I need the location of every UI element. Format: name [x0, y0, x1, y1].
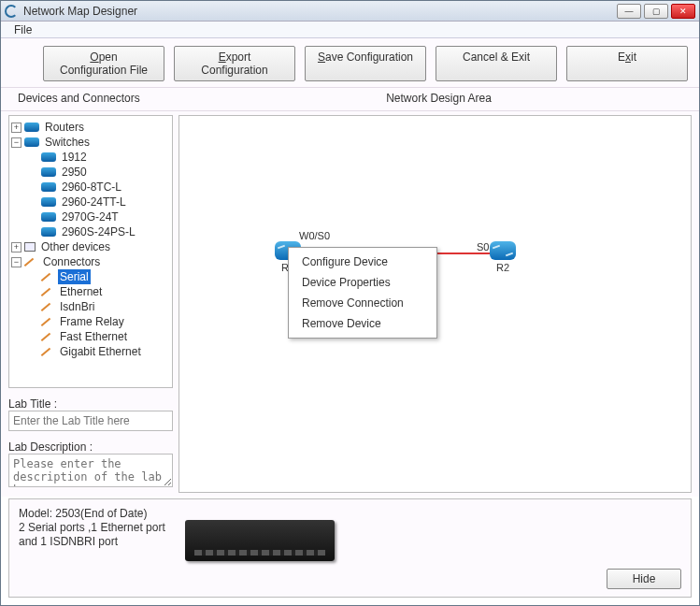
tree-switch-item[interactable]: 2970G-24T: [11, 209, 170, 224]
connector-icon: [41, 346, 54, 357]
router-icon: [490, 241, 516, 260]
titlebar: Network Map Designer — ▢ ✕: [1, 1, 699, 22]
app-window: Network Map Designer — ▢ ✕ File Open Con…: [0, 0, 700, 606]
exit-button[interactable]: Exit: [566, 46, 688, 81]
connector-icon: [41, 316, 54, 327]
tree-switch-item[interactable]: 2960S-24PS-L: [11, 224, 170, 239]
connector-icon: [41, 271, 54, 282]
tree-switch-item[interactable]: 1912: [11, 150, 170, 165]
tree-connector-item[interactable]: Gigabit Ethernet: [11, 344, 170, 359]
tree-connectors[interactable]: − Connectors: [11, 254, 170, 269]
save-config-button[interactable]: Save Configuration: [305, 46, 426, 81]
collapse-icon[interactable]: −: [11, 137, 21, 148]
window-title: Network Map Designer: [23, 5, 617, 18]
expand-icon[interactable]: +: [11, 242, 21, 252]
switch-icon: [41, 152, 56, 162]
connector-icon: [41, 331, 54, 342]
switch-icon: [41, 197, 56, 207]
device-photo: [185, 520, 335, 561]
lab-title-label: Lab Title :: [8, 397, 173, 411]
collapse-icon[interactable]: −: [11, 257, 21, 267]
device-tree[interactable]: + Routers − Switches 191229502960-8TC-L2…: [8, 115, 173, 388]
tree-switch-item[interactable]: 2960-8TC-L: [11, 180, 170, 195]
close-button[interactable]: ✕: [671, 4, 695, 19]
left-column: + Routers − Switches 191229502960-8TC-L2…: [1, 111, 179, 497]
switch-icon: [41, 227, 56, 237]
context-menu-item[interactable]: Remove Device: [289, 313, 436, 334]
menu-file[interactable]: File: [8, 23, 37, 36]
switch-icon: [24, 137, 39, 147]
switch-icon: [41, 212, 56, 222]
connector-icon: [41, 301, 54, 312]
hide-button[interactable]: Hide: [607, 569, 681, 589]
app-icon: [5, 5, 18, 18]
switch-icon: [41, 167, 56, 177]
main-row: + Routers − Switches 191229502960-8TC-L2…: [1, 111, 699, 497]
export-config-button[interactable]: Export Configuration: [174, 46, 295, 81]
connector-icon: [41, 286, 54, 297]
design-canvas[interactable]: W0/S0 S0 R1 R2 Configure DeviceDevice Pr…: [179, 115, 692, 493]
open-config-button[interactable]: Open Configuration File: [43, 46, 164, 81]
tree-connector-item[interactable]: Frame Relay: [11, 314, 170, 329]
context-menu-item[interactable]: Device Properties: [289, 272, 436, 293]
tree-connector-item[interactable]: Serial: [11, 269, 170, 284]
model-line: 2 Serial ports ,1 Ethernet port and 1 IS…: [19, 521, 168, 549]
maximize-button[interactable]: ▢: [644, 4, 668, 19]
context-menu: Configure DeviceDevice PropertiesRemove …: [288, 247, 437, 339]
tree-other-devices[interactable]: + Other devices: [11, 239, 170, 254]
port-label-w0s0: W0/S0: [299, 230, 330, 241]
pc-icon: [24, 242, 36, 252]
context-menu-item[interactable]: Configure Device: [289, 252, 436, 272]
lab-desc-input[interactable]: [8, 454, 173, 487]
switch-icon: [41, 182, 56, 192]
design-area-header: Network Design Area: [179, 88, 699, 110]
tree-switch-item[interactable]: 2950: [11, 165, 170, 180]
window-controls: — ▢ ✕: [617, 4, 695, 19]
tree-connector-item[interactable]: IsdnBri: [11, 299, 170, 314]
tree-switches[interactable]: − Switches: [11, 135, 170, 150]
tree-routers[interactable]: + Routers: [11, 120, 170, 135]
router-icon: [24, 123, 39, 132]
menubar: File: [1, 22, 699, 38]
lab-desc-label: Lab Description :: [8, 440, 173, 454]
connector-icon: [24, 256, 37, 267]
devices-header: Devices and Connectors: [1, 88, 179, 110]
tree-connector-item[interactable]: Fast Ethernet: [11, 329, 170, 344]
section-headers: Devices and Connectors Network Design Ar…: [1, 88, 699, 111]
lab-title-input[interactable]: [8, 411, 173, 431]
tree-switch-item[interactable]: 2960-24TT-L: [11, 195, 170, 209]
model-line: Model: 2503(End of Date): [19, 507, 168, 521]
toolbar: Open Configuration File Export Configura…: [1, 38, 699, 88]
minimize-button[interactable]: —: [617, 4, 641, 19]
model-info: Model: 2503(End of Date) 2 Serial ports …: [19, 507, 168, 549]
cancel-exit-button[interactable]: Cancel & Exit: [436, 46, 557, 81]
device-r2[interactable]: R2: [484, 241, 521, 273]
context-menu-item[interactable]: Remove Connection: [289, 293, 436, 313]
tree-connector-item[interactable]: Ethernet: [11, 284, 170, 299]
device-label: R2: [484, 262, 521, 273]
expand-icon[interactable]: +: [11, 123, 21, 133]
details-panel: Model: 2503(End of Date) 2 Serial ports …: [8, 498, 692, 598]
